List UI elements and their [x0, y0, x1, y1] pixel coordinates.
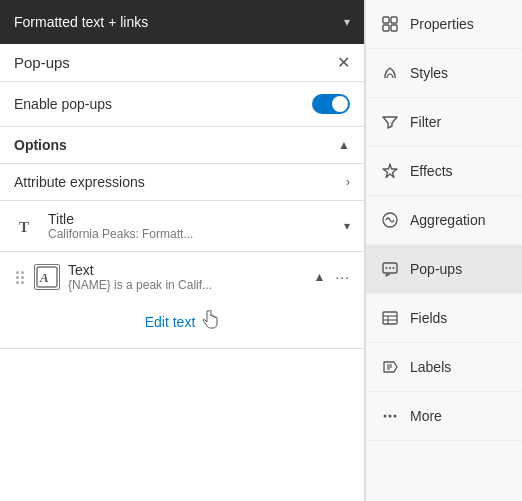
svg-text:T: T	[19, 219, 29, 235]
text-card: A Text {NAME} is a peak in Calif... ▲ ··…	[0, 252, 364, 349]
aggregation-label: Aggregation	[410, 212, 486, 228]
enable-popups-row: Enable pop-ups	[0, 82, 364, 127]
properties-label: Properties	[410, 16, 474, 32]
svg-rect-3	[383, 17, 389, 23]
sidebar-item-filter[interactable]: Filter	[366, 98, 522, 147]
svg-point-19	[384, 415, 387, 418]
text-card-ellipsis-button[interactable]: ···	[335, 269, 350, 285]
effects-label: Effects	[410, 163, 453, 179]
styles-label: Styles	[410, 65, 448, 81]
options-label: Options	[14, 137, 67, 153]
sidebar-item-styles[interactable]: Styles	[366, 49, 522, 98]
filter-label: Filter	[410, 114, 441, 130]
enable-popups-toggle[interactable]	[312, 94, 350, 114]
text-card-title: Text	[68, 262, 305, 278]
svg-point-10	[386, 267, 388, 269]
svg-point-21	[394, 415, 397, 418]
text-card-header: A Text {NAME} is a peak in Calif... ▲ ··…	[0, 252, 364, 302]
labels-icon	[380, 357, 400, 377]
text-card-chevron-icon[interactable]: ▲	[313, 270, 325, 284]
text-card-controls: ▲ ···	[313, 269, 350, 285]
title-card: T Title California Peaks: Formatt... ▾	[0, 201, 364, 252]
attribute-expressions-label: Attribute expressions	[14, 174, 145, 190]
title-card-info: Title California Peaks: Formatt...	[48, 211, 334, 241]
text-card-subtitle: {NAME} is a peak in Calif...	[68, 278, 305, 292]
attribute-expressions-row[interactable]: Attribute expressions ›	[0, 164, 364, 201]
svg-rect-5	[383, 25, 389, 31]
aggregation-icon	[380, 210, 400, 230]
svg-rect-12	[383, 312, 397, 324]
enable-popups-label: Enable pop-ups	[14, 96, 112, 112]
fields-label: Fields	[410, 310, 447, 326]
options-chevron-icon: ▲	[338, 138, 350, 152]
header-chevron-icon[interactable]: ▾	[344, 15, 350, 29]
cursor-icon	[201, 310, 219, 334]
sidebar-item-labels[interactable]: Labels	[366, 343, 522, 392]
sidebar-item-more[interactable]: More	[366, 392, 522, 441]
svg-point-11	[393, 267, 395, 269]
svg-point-9	[389, 267, 391, 269]
svg-rect-6	[391, 25, 397, 31]
text-card-info: Text {NAME} is a peak in Calif...	[68, 262, 305, 292]
labels-label: Labels	[410, 359, 451, 375]
header-title: Formatted text + links	[14, 14, 148, 30]
right-panel: Properties Styles Filter Effects	[365, 0, 522, 501]
popups-nav-icon	[380, 259, 400, 279]
svg-rect-4	[391, 17, 397, 23]
attribute-chevron-icon: ›	[346, 175, 350, 189]
sidebar-item-popups[interactable]: Pop-ups	[366, 245, 522, 294]
sidebar-item-properties[interactable]: Properties	[366, 0, 522, 49]
edit-text-button[interactable]: Edit text	[145, 314, 196, 330]
filter-icon	[380, 112, 400, 132]
options-header[interactable]: Options ▲	[0, 127, 364, 164]
popups-label: Pop-ups	[14, 54, 70, 71]
title-card-chevron-icon[interactable]: ▾	[344, 219, 350, 233]
fields-icon	[380, 308, 400, 328]
popups-section-header: Pop-ups ✕	[0, 44, 364, 82]
styles-icon	[380, 63, 400, 83]
sidebar-item-effects[interactable]: Effects	[366, 147, 522, 196]
svg-point-20	[389, 415, 392, 418]
header-bar: Formatted text + links ▾	[0, 0, 364, 44]
close-button[interactable]: ✕	[337, 55, 350, 71]
title-card-controls: ▾	[344, 219, 350, 233]
sidebar-item-fields[interactable]: Fields	[366, 294, 522, 343]
title-card-icon: T	[14, 214, 38, 238]
effects-icon	[380, 161, 400, 181]
text-card-icon: A	[34, 264, 60, 290]
more-label: More	[410, 408, 442, 424]
svg-text:A: A	[39, 270, 49, 285]
left-panel: Formatted text + links ▾ Pop-ups ✕ Enabl…	[0, 0, 365, 501]
sidebar-item-aggregation[interactable]: Aggregation	[366, 196, 522, 245]
title-card-header: T Title California Peaks: Formatt... ▾	[0, 201, 364, 251]
properties-icon	[380, 14, 400, 34]
drag-handle[interactable]	[14, 269, 26, 286]
title-card-subtitle: California Peaks: Formatt...	[48, 227, 334, 241]
more-icon	[380, 406, 400, 426]
title-card-title: Title	[48, 211, 334, 227]
edit-text-row: Edit text	[0, 302, 364, 348]
popups-nav-label: Pop-ups	[410, 261, 462, 277]
